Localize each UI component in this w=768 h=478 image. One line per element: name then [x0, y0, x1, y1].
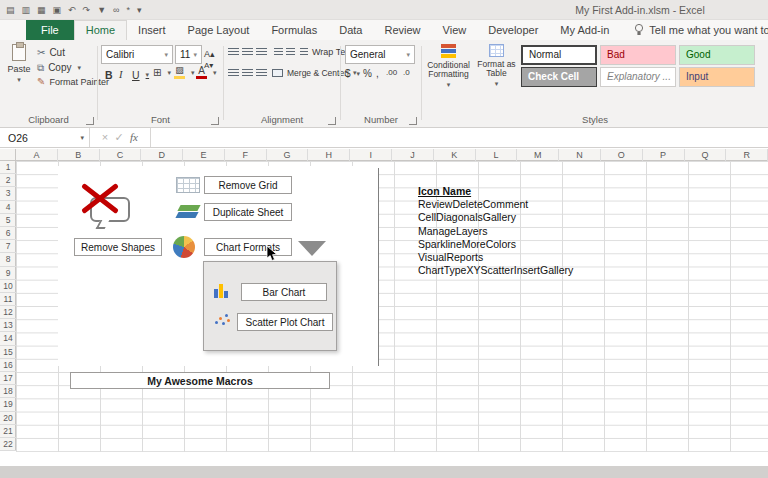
row-header[interactable]: 3	[0, 187, 16, 200]
accounting-format-button[interactable]: $	[345, 68, 360, 79]
align-right-button[interactable]	[256, 69, 267, 77]
paste-button[interactable]: Paste ▾	[4, 44, 34, 104]
cell-style-explanatory[interactable]: Explanatory ...	[600, 67, 676, 87]
align-bottom-button[interactable]	[256, 48, 267, 56]
cell-style-normal[interactable]: Normal	[521, 45, 597, 65]
chart-formats-button[interactable]: Chart Formats	[204, 238, 292, 256]
row-header[interactable]: 19	[0, 398, 16, 411]
save-icon[interactable]: ▣	[53, 0, 62, 20]
enter-icon[interactable]	[112, 128, 126, 147]
row-header[interactable]: 16	[0, 359, 16, 372]
tab-file[interactable]: File	[26, 20, 74, 40]
qat-customize-icon[interactable]: ▾	[137, 0, 142, 20]
fill-color-button[interactable]: ▨	[174, 66, 195, 79]
select-all-corner[interactable]	[0, 149, 16, 161]
column-header[interactable]: K	[434, 149, 476, 161]
column-header[interactable]: A	[16, 149, 58, 161]
redo-icon[interactable]: ↷	[83, 0, 91, 20]
font-name-combo[interactable]: Calibri	[101, 45, 173, 64]
row-header[interactable]: 5	[0, 214, 16, 227]
column-header[interactable]: O	[601, 149, 643, 161]
alignment-dialog-launcher-icon[interactable]	[328, 117, 336, 125]
workbook3-icon[interactable]: ▦	[37, 0, 46, 20]
row-header[interactable]: 6	[0, 227, 16, 240]
column-header[interactable]: N	[559, 149, 601, 161]
cell-style-input[interactable]: Input	[679, 67, 755, 87]
addin-flower-icon[interactable]: *	[127, 0, 131, 20]
number-format-combo[interactable]: General	[345, 45, 415, 64]
name-box[interactable]: ▾	[0, 128, 90, 147]
formula-input[interactable]	[150, 128, 768, 147]
column-header[interactable]: H	[308, 149, 350, 161]
column-header[interactable]: I	[350, 149, 392, 161]
tab-my-addin[interactable]: My Add-in	[549, 20, 620, 40]
tab-page-layout[interactable]: Page Layout	[177, 20, 261, 40]
row-header[interactable]: 8	[0, 253, 16, 266]
tab-developer[interactable]: Developer	[477, 20, 549, 40]
workbook1-icon[interactable]: ▤	[6, 0, 15, 20]
column-header[interactable]: F	[225, 149, 267, 161]
column-header[interactable]: P	[643, 149, 685, 161]
bold-button[interactable]: B	[102, 68, 116, 82]
row-header[interactable]: 7	[0, 240, 16, 253]
number-dialog-launcher-icon[interactable]	[409, 117, 417, 125]
column-header[interactable]: E	[183, 149, 225, 161]
comma-style-button[interactable]: ,	[376, 68, 379, 79]
grow-font-button[interactable]: A▴	[204, 49, 215, 59]
font-size-combo[interactable]: 11	[175, 45, 202, 64]
row-header[interactable]: 17	[0, 372, 16, 385]
decrease-indent-button[interactable]	[274, 48, 283, 56]
increase-indent-button[interactable]	[286, 48, 295, 56]
column-header[interactable]: M	[517, 149, 559, 161]
row-header[interactable]: 1	[0, 161, 16, 174]
tell-me-box[interactable]: Tell me what you want to do	[634, 20, 768, 40]
tab-formulas[interactable]: Formulas	[260, 20, 328, 40]
insert-function-button[interactable]: fx	[130, 128, 138, 147]
row-header[interactable]: 18	[0, 385, 16, 398]
column-header[interactable]: L	[476, 149, 518, 161]
row-header[interactable]: 4	[0, 201, 16, 214]
borders-button[interactable]	[153, 68, 171, 78]
copy-button[interactable]: Copy	[37, 62, 81, 73]
row-header[interactable]: 22	[0, 438, 16, 451]
row-header[interactable]: 11	[0, 293, 16, 306]
row-header[interactable]: 2	[0, 174, 16, 187]
column-header[interactable]: C	[100, 149, 142, 161]
cell-style-good[interactable]: Good	[679, 45, 755, 65]
tab-review[interactable]: Review	[373, 20, 431, 40]
bar-chart-button[interactable]: Bar Chart	[241, 283, 327, 301]
column-header[interactable]: D	[141, 149, 183, 161]
align-left-button[interactable]	[228, 69, 239, 77]
row-header[interactable]: 15	[0, 346, 16, 359]
link-icon[interactable]: ∞	[113, 0, 119, 20]
row-header[interactable]: 20	[0, 412, 16, 425]
row-header[interactable]: 10	[0, 280, 16, 293]
decrease-decimal-button[interactable]: .0	[403, 68, 410, 77]
cell-style-bad[interactable]: Bad	[600, 45, 676, 65]
align-center-button[interactable]	[242, 69, 253, 77]
duplicate-sheet-button[interactable]: Duplicate Sheet	[204, 203, 292, 221]
name-box-input[interactable]	[0, 128, 70, 147]
column-header[interactable]: Q	[685, 149, 727, 161]
my-awesome-macros-header[interactable]: My Awesome Macros	[70, 372, 330, 389]
clipboard-dialog-launcher-icon[interactable]	[86, 117, 94, 125]
column-header[interactable]: J	[392, 149, 434, 161]
font-dialog-launcher-icon[interactable]	[211, 117, 219, 125]
remove-shapes-button[interactable]: Remove Shapes	[74, 238, 162, 256]
workbook2-icon[interactable]: ▥	[22, 0, 31, 20]
italic-button[interactable]: I	[116, 68, 126, 81]
cancel-icon[interactable]	[98, 128, 112, 147]
column-header[interactable]: B	[58, 149, 100, 161]
row-header[interactable]: 21	[0, 425, 16, 438]
tab-view[interactable]: View	[432, 20, 478, 40]
filter-icon[interactable]: ▼	[97, 0, 106, 20]
tab-insert[interactable]: Insert	[127, 20, 177, 40]
font-color-button[interactable]: A	[196, 66, 217, 79]
format-as-table-button[interactable]: Format as Table ▾	[474, 44, 519, 108]
scatter-plot-chart-button[interactable]: Scatter Plot Chart	[237, 313, 333, 331]
align-middle-button[interactable]	[242, 48, 253, 56]
cell-style-check-cell[interactable]: Check Cell	[521, 67, 597, 87]
remove-grid-button[interactable]: Remove Grid	[204, 176, 292, 194]
cut-button[interactable]: Cut	[37, 47, 65, 58]
tab-home[interactable]: Home	[74, 20, 127, 40]
